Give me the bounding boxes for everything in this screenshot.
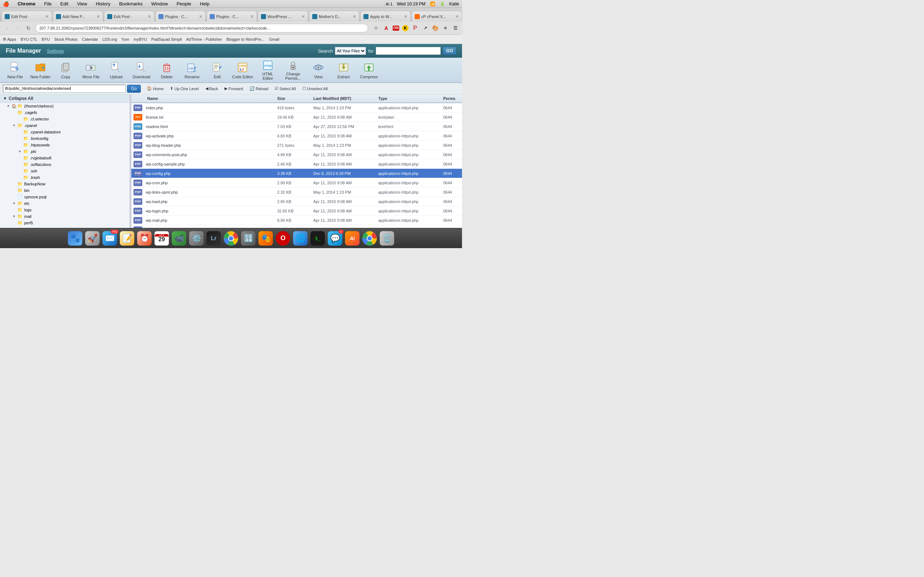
dock-terminal[interactable]: $_ <box>310 230 326 246</box>
file-row-0[interactable]: PHPindex.php418 bytesMay 1, 2014 1:23 PM… <box>131 103 462 113</box>
bookmark-mybyu[interactable]: myBYU <box>134 37 147 42</box>
tab-8[interactable]: cP cPanel X... ✕ <box>412 11 462 22</box>
chrome-menu-icon[interactable]: ☰ <box>452 24 459 32</box>
tree-item-perl5[interactable]: 📁 perl5 <box>0 220 129 226</box>
file-row-9[interactable]: PHPwp-links-opml.php2.32 KBMay 1, 2014 1… <box>131 187 462 197</box>
bookmark-padsquad[interactable]: PadSquad Simpli <box>151 37 181 42</box>
search-input[interactable] <box>376 47 441 55</box>
col-size-header[interactable]: Size <box>274 96 310 101</box>
forward-button[interactable]: ▶ Forward <box>223 85 245 92</box>
col-type-header[interactable]: Type <box>375 96 440 101</box>
code-editor-button[interactable]: CODE Code Editor <box>230 59 255 81</box>
bookmark-yum[interactable]: Yum <box>121 37 129 42</box>
collapse-all-button[interactable]: ▼ Collapse All <box>0 95 129 103</box>
dock-notes[interactable]: 📝 <box>119 230 135 246</box>
file-row-7[interactable]: PHPwp-config.php3.38 KBDec 8, 2013 6:28 … <box>131 169 462 178</box>
menu-view[interactable]: View <box>76 1 89 6</box>
copy-button[interactable]: Copy <box>53 59 78 81</box>
tab-6[interactable]: Mother's D... ✕ <box>309 11 360 22</box>
tree-item-cagefs[interactable]: 📁 .cagefs <box>0 109 129 116</box>
tree-item-bin[interactable]: 📁 bin <box>0 187 129 193</box>
dock-puppetmaster[interactable]: 🎭 <box>258 230 274 246</box>
tab-2-close[interactable]: ✕ <box>148 14 151 19</box>
tab-8-close[interactable]: ✕ <box>455 14 459 19</box>
menu-bookmarks[interactable]: Bookmarks <box>118 1 144 6</box>
extension-k-icon[interactable]: K <box>402 25 409 31</box>
dock-finder[interactable]: 🐾 <box>67 230 83 246</box>
nav-reload-button[interactable]: ↻ <box>24 24 32 32</box>
tree-item-cpmove[interactable]: 📄 cpmove.psql <box>0 193 129 200</box>
menu-history[interactable]: History <box>94 1 111 6</box>
tree-item-backupnow[interactable]: 📁 BackupNow <box>0 181 129 187</box>
tree-item-etc[interactable]: ▼ 📁 etc <box>0 200 129 206</box>
download-button[interactable]: Download <box>129 59 154 81</box>
file-row-1[interactable]: TXTlicense.txt19.46 KBApr 11, 2015 9:08 … <box>131 113 462 122</box>
compress-button[interactable]: Compress <box>357 59 381 81</box>
tab-1[interactable]: Add New P... ✕ <box>53 11 103 22</box>
bookmark-calendar[interactable]: Calendar <box>82 37 98 42</box>
dock-illustrator[interactable]: Ai <box>344 230 360 246</box>
extension-layers-icon[interactable]: ≡ <box>442 24 449 32</box>
file-row-3[interactable]: PHPwp-activate.php4.83 KBApr 11, 2015 9:… <box>131 131 462 141</box>
col-perms-header[interactable]: Perms <box>440 96 462 101</box>
unselect-all-button[interactable]: ☐ Unselect All <box>300 85 330 92</box>
tree-item-softaculous[interactable]: 📁 .softaculous <box>0 161 129 168</box>
extension-red-icon[interactable]: ON <box>393 26 399 31</box>
search-scope-select[interactable]: All Your Files <box>335 47 366 55</box>
menu-file[interactable]: File <box>43 1 53 6</box>
dock-chrome2[interactable] <box>362 230 378 246</box>
bookmark-apps[interactable]: ⊞ Apps <box>3 37 16 42</box>
tree-item-cpanel[interactable]: ▼ 📁 .cpanel <box>0 122 129 129</box>
back-button[interactable]: ◀ Back <box>204 85 220 92</box>
menu-chrome[interactable]: Chrome <box>16 1 37 6</box>
dock-network[interactable]: 🌐 <box>292 230 308 246</box>
select-all-button[interactable]: ☑ Select All <box>273 85 297 92</box>
move-file-button[interactable]: Move File <box>79 59 103 81</box>
delete-button[interactable]: Delete <box>155 59 179 81</box>
path-go-button[interactable]: Go <box>127 85 141 93</box>
nav-back-button[interactable]: ‹ <box>3 24 11 32</box>
dock-lightroom[interactable]: Lr <box>206 230 221 246</box>
bookmark-gmail[interactable]: Gmail <box>269 37 279 42</box>
extension-color-icon[interactable]: 🎨 <box>432 24 439 32</box>
tab-3[interactable]: Plugins · C... ✕ <box>155 11 206 22</box>
change-permissions-button[interactable]: Change Permis... <box>281 59 305 81</box>
tab-6-close[interactable]: ✕ <box>353 14 356 19</box>
bookmark-stock[interactable]: Stock Photos <box>54 37 78 42</box>
menu-edit[interactable]: Edit <box>59 1 69 6</box>
tab-5-close[interactable]: ✕ <box>301 14 305 19</box>
tab-2[interactable]: Edit Post · ✕ <box>104 11 155 22</box>
extension-A-icon[interactable]: A <box>383 24 390 32</box>
home-button[interactable]: 🏠 Home <box>145 85 165 92</box>
menu-help[interactable]: Help <box>199 1 211 6</box>
search-go-button[interactable]: GO <box>443 47 456 55</box>
tree-item-ssh[interactable]: 📁 .ssh <box>0 168 129 174</box>
tab-7-close[interactable]: ✕ <box>404 14 407 19</box>
tree-item-trash[interactable]: 📁 .trash <box>0 174 129 181</box>
tree-item-clselector[interactable]: 📁 .cl.selector <box>0 116 129 122</box>
upload-button[interactable]: Upload <box>104 59 129 81</box>
tree-item-pki[interactable]: ▼ 📁 .pki <box>0 148 129 155</box>
tree-item-rvglobalsoft[interactable]: 📁 .rvglobalsoft <box>0 155 129 161</box>
dock-messages[interactable]: 💬 1 <box>327 230 343 246</box>
bookmark-lds[interactable]: LDS.org <box>102 37 117 42</box>
dock-reminders[interactable]: ⏰ <box>136 230 152 246</box>
new-file-button[interactable]: PHP New File <box>3 59 27 81</box>
dock-facetime[interactable]: 📹 <box>171 230 187 246</box>
file-row-12[interactable]: PHPwp-mail.php8.06 KBApr 11, 2015 9:08 A… <box>131 216 462 225</box>
view-button[interactable]: View <box>306 59 331 81</box>
bookmark-star-icon[interactable]: ☆ <box>373 24 380 32</box>
tab-3-close[interactable]: ✕ <box>199 14 202 19</box>
tab-5[interactable]: WordPress ... ✕ <box>258 11 308 22</box>
file-row-11[interactable]: PHPwp-login.php32.65 KBApr 11, 2015 9:08… <box>131 206 462 216</box>
extension-share-icon[interactable]: ↗ <box>422 24 429 32</box>
bookmark-byu[interactable]: BYU <box>42 37 50 42</box>
tab-0[interactable]: Edit Post · ✕ <box>2 11 52 22</box>
tab-7[interactable]: Apply to W... ✕ <box>360 11 411 22</box>
file-row-4[interactable]: PHPwp-blog-header.php271 bytesMay 1, 201… <box>131 141 462 150</box>
file-row-2[interactable]: HTMLreadme.html7.03 KBApr 27, 2015 12:56… <box>131 122 462 131</box>
apple-menu[interactable]: 🍎 <box>3 1 9 7</box>
new-folder-button[interactable]: New Folder <box>28 59 53 81</box>
tree-item-htpasswds[interactable]: 📁 .htpasswds <box>0 142 129 148</box>
nav-forward-button[interactable]: › <box>14 24 22 32</box>
